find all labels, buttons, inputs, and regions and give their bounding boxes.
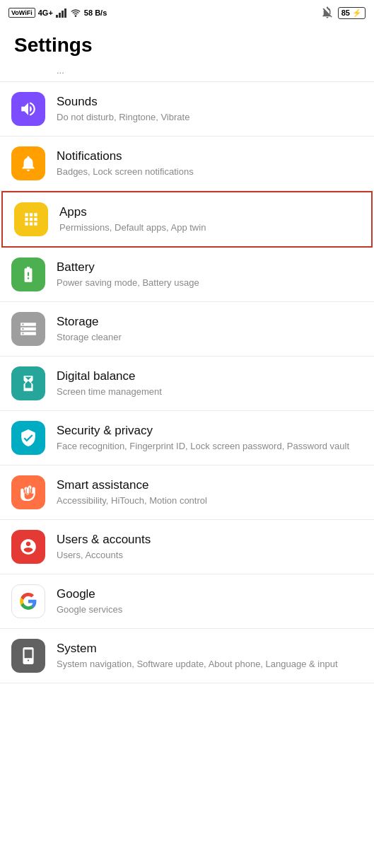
settings-item-apps[interactable]: Apps Permissions, Default apps, App twin bbox=[1, 191, 373, 248]
network-speed: 58 B/s bbox=[84, 8, 107, 17]
signal-strength: 4G+ bbox=[38, 8, 53, 17]
smart-assistance-icon-wrapper bbox=[11, 475, 45, 509]
notifications-text: Notifications Badges, Lock screen notifi… bbox=[57, 149, 363, 178]
bell-icon bbox=[19, 154, 37, 173]
svg-rect-3 bbox=[64, 8, 66, 18]
sounds-text: Sounds Do not disturb, Ringtone, Vibrate bbox=[57, 94, 363, 124]
storage-title: Storage bbox=[57, 314, 363, 330]
digital-balance-subtitle: Screen time management bbox=[57, 386, 363, 398]
scroll-hint: ... bbox=[0, 62, 374, 82]
users-icon-wrapper bbox=[11, 530, 45, 564]
system-icon-wrapper bbox=[11, 639, 45, 673]
system-title: System bbox=[57, 641, 363, 656]
status-left: VoWiFi 4G+ 58 B/s bbox=[8, 8, 107, 18]
security-subtitle: Face recognition, Fingerprint ID, Lock s… bbox=[57, 440, 363, 453]
svg-rect-2 bbox=[62, 11, 64, 18]
system-subtitle: System navigation, Software update, Abou… bbox=[57, 658, 363, 671]
settings-item-sounds[interactable]: Sounds Do not disturb, Ringtone, Vibrate bbox=[0, 82, 374, 137]
settings-item-battery[interactable]: Battery Power saving mode, Battery usage bbox=[0, 248, 374, 302]
user-icon bbox=[19, 538, 37, 556]
security-text: Security & privacy Face recognition, Fin… bbox=[57, 423, 363, 453]
apps-icon-wrapper bbox=[14, 202, 48, 236]
vowifi-indicator: VoWiFi bbox=[8, 8, 35, 18]
settings-item-storage[interactable]: Storage Storage cleaner bbox=[0, 302, 374, 357]
settings-list: Sounds Do not disturb, Ringtone, Vibrate… bbox=[0, 82, 374, 683]
settings-item-google[interactable]: Google Google services bbox=[0, 574, 374, 629]
battery-text: Battery Power saving mode, Battery usage bbox=[57, 260, 363, 289]
google-title: Google bbox=[57, 586, 363, 602]
system-text: System System navigation, Software updat… bbox=[57, 641, 363, 671]
users-subtitle: Users, Accounts bbox=[57, 549, 363, 562]
notifications-subtitle: Badges, Lock screen notifications bbox=[57, 166, 363, 178]
apps-subtitle: Permissions, Default apps, App twin bbox=[59, 221, 360, 234]
notifications-title: Notifications bbox=[57, 149, 363, 164]
status-bar: VoWiFi 4G+ 58 B/s 85 ⚡ bbox=[0, 0, 374, 25]
storage-text: Storage Storage cleaner bbox=[57, 314, 363, 344]
settings-item-smart-assistance[interactable]: Smart assistance Accessibility, HiTouch,… bbox=[0, 465, 374, 520]
settings-item-notifications[interactable]: Notifications Badges, Lock screen notifi… bbox=[0, 137, 374, 191]
settings-item-security[interactable]: Security & privacy Face recognition, Fin… bbox=[0, 411, 374, 465]
volume-icon bbox=[19, 100, 37, 118]
google-subtitle: Google services bbox=[57, 603, 363, 616]
wifi-icon bbox=[70, 8, 81, 18]
google-icon bbox=[19, 592, 37, 611]
battery-title: Battery bbox=[57, 260, 363, 275]
settings-item-system[interactable]: System System navigation, Software updat… bbox=[0, 629, 374, 683]
battery-indicator: 85 ⚡ bbox=[338, 7, 366, 19]
svg-rect-0 bbox=[56, 15, 58, 18]
sounds-title: Sounds bbox=[57, 94, 363, 110]
digital-balance-title: Digital balance bbox=[57, 369, 363, 384]
google-icon-wrapper bbox=[11, 584, 45, 618]
smart-assistance-subtitle: Accessibility, HiTouch, Motion control bbox=[57, 494, 363, 507]
info-icon bbox=[19, 647, 37, 665]
digital-balance-text: Digital balance Screen time management bbox=[57, 369, 363, 398]
notifications-icon-wrapper bbox=[11, 146, 45, 180]
battery-icon bbox=[19, 265, 37, 284]
storage-icon bbox=[19, 320, 37, 338]
sounds-icon-wrapper bbox=[11, 92, 45, 126]
hourglass-icon bbox=[19, 374, 37, 393]
apps-title: Apps bbox=[59, 204, 360, 220]
digital-balance-icon-wrapper bbox=[11, 366, 45, 400]
smart-assistance-text: Smart assistance Accessibility, HiTouch,… bbox=[57, 478, 363, 507]
storage-subtitle: Storage cleaner bbox=[57, 331, 363, 344]
security-icon-wrapper bbox=[11, 421, 45, 455]
apps-icon bbox=[22, 210, 40, 228]
shield-icon bbox=[19, 429, 37, 447]
users-text: Users & accounts Users, Accounts bbox=[57, 532, 363, 562]
apps-text: Apps Permissions, Default apps, App twin bbox=[59, 204, 360, 234]
storage-icon-wrapper bbox=[11, 312, 45, 346]
mute-icon bbox=[321, 6, 334, 19]
page-title: Settings bbox=[0, 25, 374, 62]
security-title: Security & privacy bbox=[57, 423, 363, 439]
google-text: Google Google services bbox=[57, 586, 363, 616]
battery-icon-wrapper bbox=[11, 257, 45, 291]
users-title: Users & accounts bbox=[57, 532, 363, 548]
smart-assistance-title: Smart assistance bbox=[57, 478, 363, 493]
signal-bars-icon bbox=[56, 8, 67, 18]
status-right: 85 ⚡ bbox=[321, 6, 366, 19]
battery-subtitle: Power saving mode, Battery usage bbox=[57, 277, 363, 289]
settings-item-digital-balance[interactable]: Digital balance Screen time management bbox=[0, 357, 374, 411]
sounds-subtitle: Do not disturb, Ringtone, Vibrate bbox=[57, 111, 363, 124]
settings-item-users[interactable]: Users & accounts Users, Accounts bbox=[0, 520, 374, 574]
svg-rect-1 bbox=[59, 13, 61, 18]
hand-icon bbox=[19, 483, 37, 502]
